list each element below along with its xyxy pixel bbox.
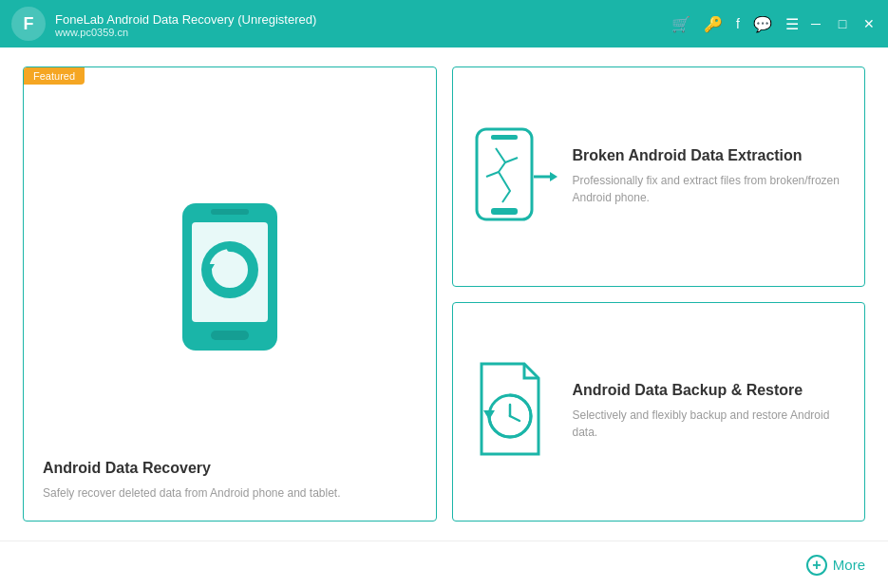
more-button[interactable]: + More (806, 555, 865, 576)
recovery-card-desc: Safely recover deleted data from Android… (43, 484, 417, 502)
recovery-icon-wrap (144, 86, 315, 452)
more-icon: + (806, 555, 827, 576)
svg-rect-10 (491, 135, 518, 140)
backup-card-desc: Selectively and flexibly backup and rest… (573, 407, 846, 441)
recovery-card-title: Android Data Recovery (43, 460, 417, 477)
broken-card-title: Broken Android Data Extraction (573, 147, 846, 164)
minimize-button[interactable]: ─ (806, 16, 825, 31)
app-subtitle: www.pc0359.cn (55, 27, 671, 38)
menu-icon[interactable]: ☰ (785, 15, 799, 33)
cart-icon[interactable]: 🛒 (671, 15, 690, 33)
svg-rect-4 (211, 209, 249, 215)
backup-card-title: Android Data Backup & Restore (573, 382, 846, 399)
broken-extraction-icon (472, 124, 557, 229)
broken-card-desc: Professionally fix and extract files fro… (573, 172, 846, 206)
svg-line-17 (510, 416, 520, 421)
right-column: Broken Android Data Extraction Professio… (452, 66, 866, 522)
broken-extraction-card[interactable]: Broken Android Data Extraction Professio… (452, 66, 866, 287)
svg-marker-15 (483, 410, 495, 420)
maximize-button[interactable]: □ (833, 16, 852, 31)
svg-rect-9 (477, 129, 532, 219)
window-controls: ─ □ ✕ (806, 16, 879, 31)
featured-badge: Featured (24, 67, 85, 85)
more-label: More (833, 557, 865, 573)
close-button[interactable]: ✕ (860, 16, 879, 31)
backup-restore-card[interactable]: Android Data Backup & Restore Selectivel… (452, 302, 866, 522)
broken-card-text: Broken Android Data Extraction Professio… (557, 147, 846, 206)
backup-restore-icon (472, 359, 557, 464)
svg-text:F: F (24, 14, 34, 33)
svg-marker-13 (550, 172, 557, 181)
app-logo: F (9, 5, 47, 43)
title-bar: F FoneLab Android Data Recovery (Unregis… (0, 0, 888, 47)
chat-icon[interactable]: 💬 (753, 15, 772, 33)
backup-icon-area (472, 359, 557, 464)
svg-rect-5 (211, 331, 249, 340)
broken-icon-area (472, 124, 557, 229)
app-title: FoneLab Android Data Recovery (Unregiste… (55, 12, 671, 27)
backup-card-text: Android Data Backup & Restore Selectivel… (557, 382, 846, 441)
svg-rect-11 (491, 208, 518, 215)
android-recovery-icon (144, 175, 315, 365)
main-content: Featured Android Data (0, 47, 888, 541)
android-recovery-card[interactable]: Featured Android Data (23, 66, 437, 522)
key-icon[interactable]: 🔑 (704, 15, 723, 33)
bottom-bar: + More (0, 541, 888, 588)
header-icons: 🛒 🔑 f 💬 ☰ (671, 15, 799, 33)
facebook-icon[interactable]: f (736, 16, 740, 31)
